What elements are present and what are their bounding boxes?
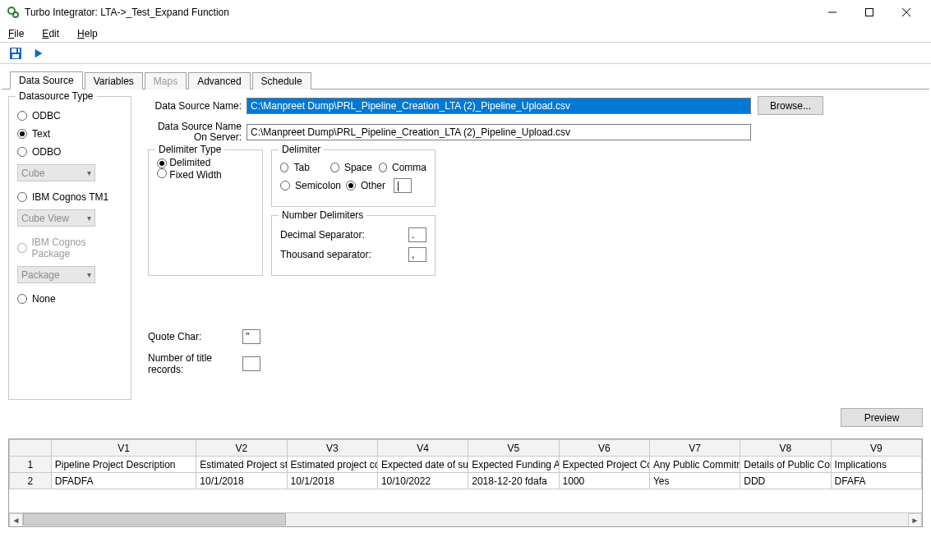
- scroll-thumb[interactable]: [23, 513, 286, 526]
- datasource-type-legend: Datasource Type: [16, 90, 97, 102]
- radio-odbc[interactable]: ODBC: [17, 110, 122, 122]
- cell[interactable]: Yes: [649, 473, 740, 489]
- tab-variables-label: Variables: [94, 76, 134, 87]
- dsn-label: Data Source Name:: [148, 100, 247, 112]
- title-records-label: Number of title records:: [148, 352, 242, 375]
- radio-comma[interactable]: [379, 163, 387, 172]
- svg-point-1: [13, 12, 18, 17]
- menu-edit[interactable]: Edit: [39, 26, 62, 41]
- row-number[interactable]: 2: [10, 473, 52, 489]
- menu-help-rest: elp: [85, 28, 98, 39]
- quote-char-label: Quote Char:: [148, 331, 242, 342]
- cell[interactable]: 1000: [559, 473, 649, 489]
- radio-fixed-width[interactable]: Fixed Width: [157, 168, 254, 181]
- preview-button[interactable]: Preview: [841, 408, 923, 427]
- table-row: 2 DFADFA 10/1/2018 10/1/2018 10/10/2022 …: [10, 473, 922, 489]
- cell[interactable]: Expected Project Co: [559, 457, 649, 473]
- cell[interactable]: 2018-12-20 fdafa: [468, 473, 559, 489]
- grid-header-v7[interactable]: V7: [649, 440, 740, 457]
- cell[interactable]: DFADFA: [51, 473, 196, 489]
- cell[interactable]: Expected Funding A: [468, 457, 559, 473]
- grid-header-v3[interactable]: V3: [287, 440, 377, 457]
- maximize-button[interactable]: [850, 0, 887, 25]
- cell[interactable]: Any Public Commitme: [649, 457, 740, 473]
- radio-space-label: Space: [344, 162, 374, 173]
- radio-other[interactable]: [346, 181, 356, 190]
- dropdown-cube-label: Cube: [21, 168, 45, 179]
- grid-header-v4[interactable]: V4: [377, 440, 468, 457]
- cell[interactable]: Pipeline Project Description: [51, 457, 196, 473]
- dsn-server-label: Data Source Name On Server:: [148, 122, 247, 143]
- run-button[interactable]: [31, 46, 46, 61]
- radio-none[interactable]: None: [17, 293, 122, 305]
- close-button[interactable]: [887, 0, 924, 25]
- title-records-input[interactable]: [242, 356, 260, 371]
- svg-marker-10: [35, 48, 43, 57]
- radio-comma-label: Comma: [392, 162, 426, 173]
- tab-advanced[interactable]: Advanced: [188, 72, 250, 90]
- cell[interactable]: Details of Public Com: [740, 457, 831, 473]
- preview-button-label: Preview: [864, 412, 900, 424]
- cell[interactable]: 10/10/2022: [377, 473, 468, 489]
- radio-delimited[interactable]: Delimited: [157, 157, 254, 168]
- browse-button-label: Browse...: [770, 100, 811, 112]
- menu-help[interactable]: Help: [74, 26, 101, 41]
- minimize-button[interactable]: [813, 0, 850, 25]
- horizontal-scrollbar[interactable]: ◄ ►: [9, 512, 922, 526]
- grid-header-v5[interactable]: V5: [468, 440, 559, 457]
- number-delimiters-group: Number Delimiters Decimal Separator: Tho…: [271, 215, 436, 276]
- radio-tab[interactable]: [280, 163, 288, 172]
- menu-file[interactable]: File: [5, 26, 27, 41]
- data-source-name-server-input[interactable]: [247, 124, 751, 140]
- cell[interactable]: Estimated project co: [287, 457, 377, 473]
- radio-text[interactable]: Text: [17, 128, 122, 140]
- cell[interactable]: DDD: [740, 473, 831, 489]
- scroll-right-arrow[interactable]: ►: [908, 513, 922, 527]
- save-button[interactable]: [8, 46, 23, 61]
- decimal-separator-input[interactable]: [408, 227, 426, 242]
- tab-schedule-label: Schedule: [261, 76, 302, 87]
- preview-grid: V1 V2 V3 V4 V5 V6 V7 V8 V9 1 Pipeline Pr…: [8, 438, 923, 527]
- radio-delimited-label: Delimited: [169, 157, 210, 168]
- grid-header-corner[interactable]: [10, 440, 52, 457]
- table-row: 1 Pipeline Project Description Estimated…: [10, 457, 922, 473]
- tab-variables[interactable]: Variables: [85, 72, 143, 90]
- radio-fixed-width-label: Fixed Width: [169, 169, 221, 181]
- quote-char-input[interactable]: [242, 329, 260, 344]
- scroll-track[interactable]: [23, 513, 908, 527]
- tabstrip: Data Source Variables Maps Advanced Sche…: [2, 64, 929, 90]
- grid-header-v8[interactable]: V8: [740, 440, 831, 457]
- grid-header-v1[interactable]: V1: [51, 440, 196, 457]
- tab-data-source[interactable]: Data Source: [10, 71, 83, 90]
- number-delimiters-legend: Number Delimiters: [279, 209, 366, 221]
- radio-semicolon[interactable]: [280, 181, 290, 190]
- delimiter-other-input[interactable]: [394, 178, 412, 193]
- radio-odbo[interactable]: ODBO: [17, 146, 122, 158]
- browse-button[interactable]: Browse...: [758, 96, 823, 115]
- row-number[interactable]: 1: [10, 457, 52, 473]
- tab-maps[interactable]: Maps: [145, 72, 187, 90]
- chevron-down-icon: ▾: [87, 168, 91, 177]
- radio-space[interactable]: [330, 163, 339, 172]
- tab-advanced-label: Advanced: [197, 76, 241, 87]
- thousand-separator-input[interactable]: [408, 247, 426, 262]
- grid-header-v2[interactable]: V2: [196, 440, 287, 457]
- svg-rect-7: [12, 48, 20, 53]
- cell[interactable]: DFAFA: [831, 473, 921, 489]
- cell[interactable]: Expected date of sub: [377, 457, 468, 473]
- data-source-name-input[interactable]: [247, 98, 751, 114]
- cell[interactable]: 10/1/2018: [196, 473, 287, 489]
- menubar: File Edit Help: [0, 25, 931, 43]
- tab-maps-label: Maps: [154, 76, 177, 87]
- grid-header-v9[interactable]: V9: [831, 440, 921, 457]
- radio-ibm-tm1[interactable]: IBM Cognos TM1: [17, 191, 122, 203]
- cell[interactable]: 10/1/2018: [287, 473, 377, 489]
- dropdown-cube: Cube ▾: [17, 164, 95, 181]
- radio-semicolon-label: Semicolon: [295, 180, 341, 191]
- scroll-left-arrow[interactable]: ◄: [9, 513, 23, 527]
- tab-schedule[interactable]: Schedule: [252, 72, 311, 90]
- cell[interactable]: Implications: [831, 457, 921, 473]
- radio-odbo-label: ODBO: [32, 146, 61, 158]
- grid-header-v6[interactable]: V6: [559, 440, 649, 457]
- cell[interactable]: Estimated Project sta: [196, 457, 287, 473]
